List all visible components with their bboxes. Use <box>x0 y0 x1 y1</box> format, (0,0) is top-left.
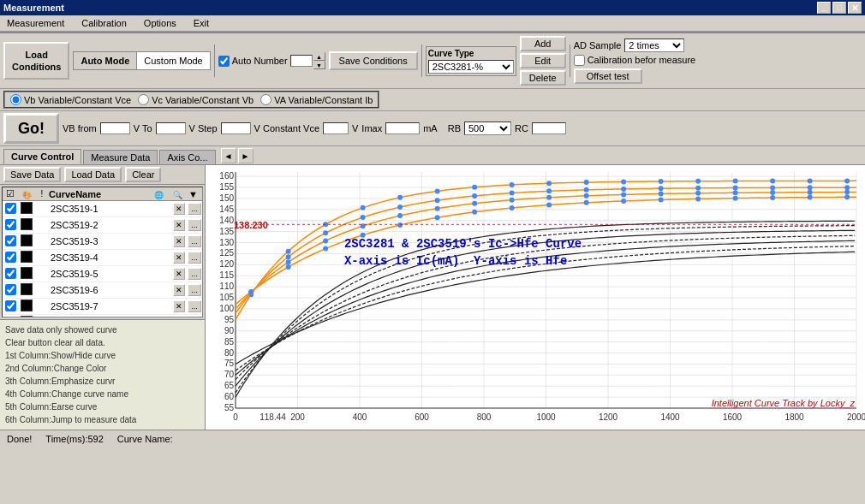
window-controls: _ □ ✕ <box>817 2 862 14</box>
auto-number-checkbox[interactable] <box>218 56 230 67</box>
va-variable-radio-label: VA Variable/Constant Ib <box>260 94 373 105</box>
table-row[interactable]: 2SC3519-2 ✕ ... <box>3 217 202 234</box>
row-more[interactable]: ... <box>188 219 201 231</box>
tab-next-button[interactable]: ► <box>238 148 254 163</box>
row-more[interactable]: ... <box>188 300 201 312</box>
vb-variable-radio[interactable] <box>10 94 21 105</box>
go-button[interactable]: Go! <box>3 113 59 144</box>
row-more[interactable]: ... <box>188 252 201 264</box>
ad-sample-select[interactable]: 2 times 4 times 8 times <box>624 39 684 52</box>
load-data-button[interactable]: Load Data <box>64 167 122 182</box>
color-swatch[interactable] <box>21 299 33 311</box>
menu-exit[interactable]: Exit <box>190 17 212 29</box>
row-checkbox[interactable] <box>5 284 16 295</box>
row-checkbox[interactable] <box>5 219 16 230</box>
auto-number-up[interactable]: ▲ <box>313 52 325 61</box>
vb-from-label: VB from <box>63 123 97 133</box>
load-conditions-button[interactable]: LoadConditions <box>3 42 69 80</box>
row-checkbox[interactable] <box>5 300 16 311</box>
row-name: 2SC3519-2 <box>49 220 171 230</box>
row-name: 2SC3519-6 <box>49 285 171 295</box>
minimize-button[interactable]: _ <box>817 2 831 14</box>
auto-mode-tab[interactable]: Auto Mode <box>74 52 137 69</box>
color-swatch[interactable] <box>21 202 33 214</box>
table-row[interactable]: 2SC3281-1 ✕ ... <box>3 315 202 317</box>
row-more[interactable]: ... <box>188 268 201 280</box>
col-header-name: CurveName <box>49 189 154 199</box>
row-delete[interactable]: ✕ <box>173 268 185 280</box>
rb-label: RB <box>448 123 461 133</box>
axis-co-tab[interactable]: Axis Co... <box>159 150 215 164</box>
curve-control-tab[interactable]: Curve Control <box>3 149 81 164</box>
va-variable-radio[interactable] <box>260 94 271 105</box>
vb-step-input[interactable]: 0.2 <box>221 122 251 134</box>
row-more[interactable]: ... <box>188 317 201 317</box>
color-swatch[interactable] <box>21 316 33 317</box>
vb-to-label: V To <box>134 123 152 133</box>
table-row[interactable]: 2SC3519-5 ✕ ... <box>3 266 202 282</box>
menu-bar: Measurement Calibration Options Exit <box>0 15 865 32</box>
row-checkbox[interactable] <box>5 317 16 318</box>
table-row[interactable]: 2SC3519-7 ✕ ... <box>3 299 202 315</box>
table-row[interactable]: 2SC3519-4 ✕ ... <box>3 250 202 266</box>
row-more[interactable]: ... <box>188 235 201 247</box>
row-more[interactable]: ... <box>188 203 201 215</box>
auto-number-input[interactable]: 6 <box>290 55 313 67</box>
col-header-icon: 🌐 <box>154 189 173 199</box>
vb-step-label: V Step <box>189 123 218 133</box>
table-row[interactable]: 2SC3519-6 ✕ ... <box>3 282 202 299</box>
save-conditions-button[interactable]: Save Conditions <box>329 51 418 70</box>
row-name: 2SC3519-3 <box>49 236 171 246</box>
edit-button[interactable]: Edit <box>520 53 566 68</box>
table-row[interactable]: 2SC3519-1 ✕ ... <box>3 201 202 217</box>
measure-data-tab[interactable]: Measure Data <box>83 150 158 164</box>
maximize-button[interactable]: □ <box>832 2 846 14</box>
row-checkbox[interactable] <box>5 252 16 263</box>
close-button[interactable]: ✕ <box>848 2 862 14</box>
offset-test-button[interactable]: Offset test <box>574 68 642 84</box>
color-swatch[interactable] <box>21 218 33 230</box>
col-header-check: ☑ <box>3 188 18 199</box>
rb-select[interactable]: 500 <box>464 122 511 135</box>
row-checkbox[interactable] <box>5 203 16 214</box>
vb-from-input[interactable]: 0.6 <box>100 122 130 134</box>
vc-variable-radio[interactable] <box>138 94 149 105</box>
calibration-checkbox[interactable] <box>574 55 585 66</box>
row-delete[interactable]: ✕ <box>173 284 185 296</box>
vb-variable-radio-label: Vb Variable/Constant Vce <box>10 94 131 105</box>
rc-input[interactable]: 4.55 <box>532 122 566 134</box>
delete-button[interactable]: Delete <box>520 70 566 86</box>
color-swatch[interactable] <box>21 251 33 263</box>
row-delete[interactable]: ✕ <box>173 235 185 247</box>
menu-measurement[interactable]: Measurement <box>3 17 68 29</box>
curve-type-label: Curve Type <box>428 49 514 58</box>
tab-prev-button[interactable]: ◄ <box>221 148 236 163</box>
row-checkbox[interactable] <box>5 268 16 279</box>
row-checkbox[interactable] <box>5 235 16 246</box>
vb-to-input[interactable]: 30 <box>156 122 186 134</box>
row-delete[interactable]: ✕ <box>173 317 185 317</box>
curve-type-select[interactable]: 2SC3281-% <box>428 60 514 74</box>
row-name: 2SC3519-1 <box>49 204 171 214</box>
custom-mode-tab[interactable]: Custom Mode <box>137 52 209 69</box>
status-curve-name: Curve Name: <box>117 434 173 444</box>
chart-canvas <box>206 165 865 430</box>
add-button[interactable]: Add <box>520 36 566 51</box>
row-delete[interactable]: ✕ <box>173 203 185 215</box>
vc-variable-radio-label: Vc Variable/Constant Vb <box>138 94 254 105</box>
table-row[interactable]: 2SC3519-3 ✕ ... <box>3 234 202 250</box>
row-more[interactable]: ... <box>188 284 201 296</box>
menu-options[interactable]: Options <box>140 17 180 29</box>
row-delete[interactable]: ✕ <box>173 252 185 264</box>
imax-input[interactable]: 2000 <box>385 122 420 134</box>
auto-number-down[interactable]: ▼ <box>313 61 325 69</box>
v-constant-vce-input[interactable]: 10 <box>323 122 349 134</box>
row-delete[interactable]: ✕ <box>173 219 185 231</box>
color-swatch[interactable] <box>21 283 33 295</box>
clear-button[interactable]: Clear <box>125 167 161 182</box>
color-swatch[interactable] <box>21 267 33 279</box>
menu-calibration[interactable]: Calibration <box>78 17 130 29</box>
save-data-button[interactable]: Save Data <box>3 167 61 182</box>
color-swatch[interactable] <box>21 234 33 246</box>
row-delete[interactable]: ✕ <box>173 300 185 312</box>
